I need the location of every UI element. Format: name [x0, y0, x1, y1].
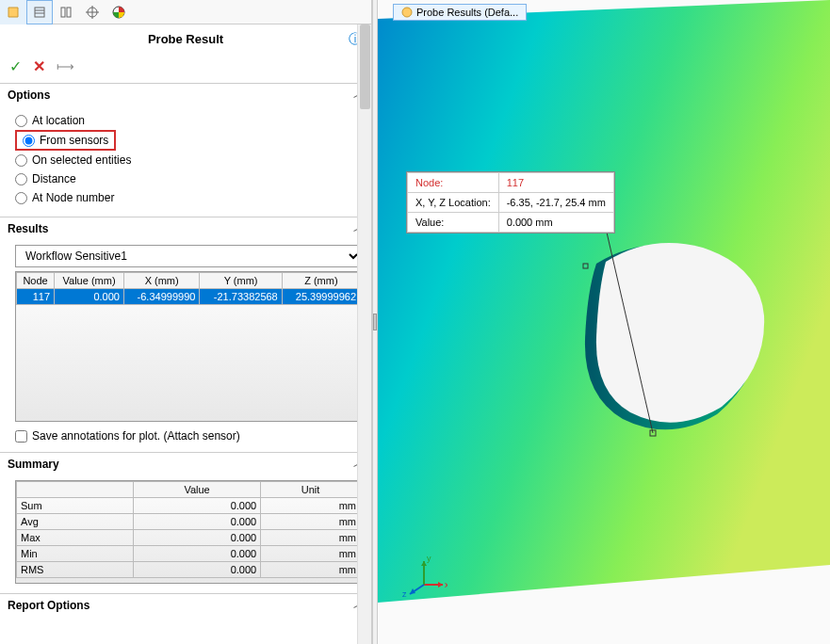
cell-x: -6.34999990	[123, 289, 199, 305]
radio-input[interactable]	[15, 154, 27, 167]
radio-from-sensors[interactable]: From sensors	[15, 130, 116, 151]
cell-z: 25.39999962	[282, 289, 360, 305]
svg-text:y: y	[427, 554, 431, 563]
save-annotations-checkbox[interactable]	[15, 430, 27, 443]
report-options-section: Report Options ︿	[0, 593, 371, 616]
radio-at-location[interactable]: At location	[15, 111, 362, 130]
radio-distance[interactable]: Distance	[15, 169, 362, 188]
svg-text:x: x	[445, 580, 448, 589]
radio-input[interactable]	[15, 173, 27, 185]
col-unit[interactable]: Unit	[261, 482, 361, 498]
table-header-row: Value Unit	[17, 482, 361, 498]
results-dropdown[interactable]: Workflow Sensitive1	[15, 245, 362, 267]
toolbar-tab-appearance-icon[interactable]	[106, 0, 132, 24]
results-header-label: Results	[8, 222, 48, 235]
radio-label: Distance	[32, 172, 76, 185]
svg-rect-4	[67, 8, 71, 17]
probe-results-icon	[401, 7, 413, 18]
viewport[interactable]: Probe Results (Defa...	[378, 0, 830, 644]
options-section: Options ︿ At location From sensors On se…	[0, 83, 371, 217]
cell-y: -21.73382568	[200, 289, 282, 305]
toolbar-tab-features-icon[interactable]	[0, 0, 26, 24]
results-body: Workflow Sensitive1 Node Value (mm) X (m…	[0, 239, 371, 452]
model-render[interactable]	[378, 0, 830, 644]
col-y[interactable]: Y (mm)	[200, 273, 282, 289]
svg-point-9	[402, 8, 412, 17]
summary-header[interactable]: Summary ︿	[0, 453, 371, 475]
radio-label: At Node number	[32, 191, 114, 204]
radio-label: From sensors	[40, 134, 108, 147]
panel-toolbar	[0, 0, 371, 24]
col-value[interactable]: Value	[133, 482, 260, 498]
summary-row-rms[interactable]: RMS0.000mm	[17, 562, 361, 578]
radio-label: On selected entities	[32, 153, 131, 167]
scrollbar-thumb[interactable]	[360, 24, 370, 109]
radio-at-node-number[interactable]: At Node number	[15, 188, 362, 207]
report-options-label: Report Options	[8, 599, 90, 612]
tooltip-node-value: 117	[498, 173, 613, 193]
radio-input[interactable]	[23, 135, 35, 147]
summary-row-max[interactable]: Max0.000mm	[17, 530, 361, 546]
col-blank[interactable]	[17, 482, 134, 498]
summary-table: Value Unit Sum0.000mm Avg0.000mm Max0.00…	[16, 481, 361, 578]
action-row: ✓ ✕ ⟼	[0, 54, 371, 83]
svg-text:z: z	[402, 589, 407, 599]
summary-row-min[interactable]: Min0.000mm	[17, 546, 361, 562]
col-node[interactable]: Node	[17, 273, 55, 289]
cell-node: 117	[17, 289, 55, 305]
radio-input[interactable]	[15, 115, 27, 127]
summary-body: Value Unit Sum0.000mm Avg0.000mm Max0.00…	[0, 475, 371, 593]
cell-value: 0.000	[55, 289, 124, 305]
col-z[interactable]: Z (mm)	[282, 273, 360, 289]
summary-table-wrap[interactable]: Value Unit Sum0.000mm Avg0.000mm Max0.00…	[15, 480, 362, 584]
toolbar-tab-config-icon[interactable]	[53, 0, 79, 24]
panel-title: Probe Result	[148, 32, 223, 46]
options-body: At location From sensors On selected ent…	[0, 105, 371, 217]
axis-triad-icon[interactable]: x y z	[400, 552, 448, 599]
summary-row-avg[interactable]: Avg0.000mm	[17, 514, 361, 530]
svg-rect-3	[61, 8, 65, 17]
view-tab-label: Probe Results (Defa...	[416, 7, 518, 18]
col-value[interactable]: Value (mm)	[55, 273, 124, 289]
results-section: Results ︿ Workflow Sensitive1 Node Value…	[0, 217, 371, 452]
tooltip-val-value: 0.000 mm	[498, 213, 613, 233]
toolbar-tab-properties-icon[interactable]	[26, 0, 53, 24]
tooltip-loc-value: -6.35, -21.7, 25.4 mm	[498, 193, 613, 213]
cancel-icon[interactable]: ✕	[33, 57, 45, 75]
radio-on-selected-entities[interactable]: On selected entities	[15, 151, 362, 169]
report-options-header[interactable]: Report Options ︿	[0, 594, 371, 616]
save-annotations-row[interactable]: Save annotations for plot. (Attach senso…	[15, 429, 362, 443]
results-header[interactable]: Results ︿	[0, 217, 371, 239]
options-header-label: Options	[8, 89, 50, 102]
table-row[interactable]: 117 0.000 -6.34999990 -21.73382568 25.39…	[17, 289, 361, 305]
tooltip-node-label: Node:	[408, 173, 499, 193]
left-panel: Probe Result ⓘ ✓ ✕ ⟼ Options ︿ At locati…	[0, 0, 372, 644]
accept-icon[interactable]: ✓	[9, 57, 22, 75]
options-header[interactable]: Options ︿	[0, 84, 371, 105]
svg-rect-0	[35, 8, 44, 17]
panel-title-row: Probe Result ⓘ	[0, 24, 371, 54]
pin-icon[interactable]: ⟼	[57, 59, 74, 73]
summary-header-label: Summary	[8, 458, 59, 471]
tooltip-loc-label: X, Y, Z Location:	[408, 193, 499, 213]
view-tab[interactable]: Probe Results (Defa...	[393, 4, 527, 21]
save-annotations-label: Save annotations for plot. (Attach senso…	[32, 429, 240, 443]
splitter-grip-icon[interactable]	[373, 314, 377, 330]
summary-section: Summary ︿ Value Unit Sum0.000mm Avg0.000…	[0, 452, 371, 593]
table-header-row: Node Value (mm) X (mm) Y (mm) Z (mm)	[17, 273, 361, 289]
svg-marker-16	[438, 582, 443, 588]
col-x[interactable]: X (mm)	[123, 273, 199, 289]
radio-label: At location	[32, 114, 85, 127]
results-table: Node Value (mm) X (mm) Y (mm) Z (mm) 117…	[16, 272, 361, 305]
tooltip-val-label: Value:	[408, 213, 499, 233]
summary-row-sum[interactable]: Sum0.000mm	[17, 498, 361, 514]
radio-input[interactable]	[15, 192, 27, 204]
panel-scrollbar[interactable]	[357, 24, 371, 644]
probe-tooltip: Node: 117 X, Y, Z Location: -6.35, -21.7…	[406, 171, 615, 233]
toolbar-tab-target-icon[interactable]	[79, 0, 106, 24]
results-table-wrap[interactable]: Node Value (mm) X (mm) Y (mm) Z (mm) 117…	[15, 271, 362, 422]
